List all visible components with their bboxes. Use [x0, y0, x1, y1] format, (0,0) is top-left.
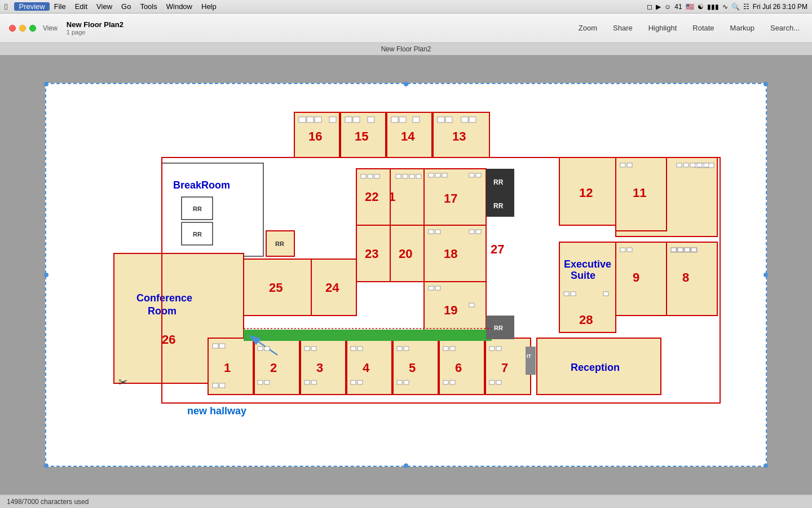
svg-rect-2 [299, 117, 306, 122]
search-button[interactable]: Search... [767, 21, 803, 34]
svg-rect-3 [307, 117, 314, 122]
svg-rect-113 [435, 230, 440, 234]
svg-rect-8 [345, 117, 352, 122]
svg-rect-167 [571, 292, 576, 296]
search-icon[interactable]: 🔍 [731, 3, 740, 11]
menu-items: Preview File Edit View Go Tools Window H… [14, 2, 220, 11]
svg-rect-4 [315, 117, 321, 122]
markup-button[interactable]: Markup [727, 21, 758, 34]
svg-text:13: 13 [452, 129, 466, 143]
svg-text:12: 12 [579, 186, 593, 200]
svg-text:15: 15 [355, 129, 368, 143]
svg-rect-147 [443, 380, 448, 384]
svg-rect-84 [219, 344, 225, 348]
svg-text:RR: RR [493, 178, 504, 186]
svg-rect-137 [351, 347, 356, 351]
svg-text:new hallway: new hallway [187, 405, 246, 417]
handle-tr[interactable] [764, 82, 768, 86]
menu-view[interactable]: View [92, 2, 117, 11]
svg-rect-136 [311, 380, 316, 384]
svg-rect-166 [564, 292, 569, 296]
svg-text:RR: RR [193, 231, 202, 238]
svg-rect-146 [450, 347, 455, 351]
svg-rect-155 [671, 248, 676, 252]
svg-rect-112 [429, 230, 434, 234]
apple-logo-icon[interactable]:  [5, 2, 7, 11]
content-area: .room-fill { fill: #f5e6b8; stroke: #cc0… [0, 55, 812, 494]
svg-rect-21 [469, 117, 476, 122]
svg-text:16: 16 [308, 129, 322, 143]
svg-rect-110 [469, 173, 474, 177]
share-button[interactable]: Share [610, 21, 636, 34]
menu-window[interactable]: Window [162, 2, 197, 11]
floor-plan-svg: .room-fill { fill: #f5e6b8; stroke: #cc0… [74, 101, 740, 440]
handle-bl[interactable] [44, 463, 48, 468]
svg-rect-124 [409, 174, 414, 178]
handle-br[interactable] [764, 463, 768, 468]
svg-rect-132 [264, 380, 270, 384]
svg-rect-162 [683, 163, 689, 167]
svg-rect-164 [697, 163, 702, 167]
handle-bc[interactable] [404, 463, 408, 468]
menu-go[interactable]: Go [117, 2, 135, 11]
svg-text:14: 14 [401, 129, 415, 143]
svg-rect-159 [620, 163, 625, 167]
minimize-button[interactable] [19, 25, 26, 32]
svg-text:9: 9 [633, 270, 639, 284]
menu-tools[interactable]: Tools [135, 2, 161, 11]
svg-rect-83 [213, 344, 218, 348]
svg-text:25: 25 [269, 281, 283, 295]
file-pages: 1 page [67, 29, 123, 36]
menu-preview[interactable]: Preview [14, 2, 49, 11]
svg-rect-5 [329, 117, 336, 122]
svg-rect-116 [429, 286, 434, 290]
svg-text:7: 7 [501, 361, 508, 375]
svg-rect-115 [476, 230, 481, 234]
svg-text:23: 23 [365, 247, 378, 261]
svg-rect-20 [461, 117, 468, 122]
wifi-icon: ∿ [722, 3, 728, 11]
svg-rect-122 [396, 174, 401, 178]
svg-text:6: 6 [455, 361, 462, 375]
handle-ml[interactable] [44, 273, 48, 277]
svg-text:4: 4 [363, 361, 370, 375]
menu-file[interactable]: File [50, 2, 70, 11]
vpn-icon: ▶ [656, 3, 661, 11]
notification-icon[interactable]: ☷ [743, 3, 749, 11]
svg-rect-15 [413, 117, 420, 122]
svg-rect-151 [489, 380, 495, 384]
handle-tl[interactable] [44, 82, 48, 86]
svg-text:RR: RR [494, 325, 503, 331]
svg-text:RR: RR [193, 205, 202, 212]
svg-rect-123 [403, 174, 408, 178]
svg-text:18: 18 [444, 247, 457, 261]
maximize-button[interactable] [29, 25, 36, 32]
handle-tc[interactable] [404, 82, 408, 86]
rotate-button[interactable]: Rotate [689, 21, 717, 34]
svg-rect-128 [374, 174, 379, 178]
svg-rect-130 [264, 347, 270, 351]
svg-text:20: 20 [399, 247, 412, 261]
highlight-button[interactable]: Highlight [645, 21, 681, 34]
svg-rect-118 [469, 303, 474, 307]
zoom-button[interactable]: Zoom [575, 21, 601, 34]
svg-text:BreakRoom: BreakRoom [173, 179, 230, 191]
svg-rect-19 [445, 117, 452, 122]
svg-rect-9 [353, 117, 360, 122]
toolbar-right: Zoom Share Highlight Rotate Markup Searc… [575, 21, 803, 34]
menu-help[interactable]: Help [197, 2, 221, 11]
svg-rect-114 [469, 230, 474, 234]
view-button[interactable]: View [43, 24, 58, 32]
svg-rect-28 [708, 163, 714, 168]
close-button[interactable] [9, 25, 16, 32]
svg-text:Reception: Reception [571, 362, 620, 373]
handle-mr[interactable] [764, 273, 768, 277]
file-info: New Floor Plan2 1 page [67, 20, 123, 36]
bluetooth-icon: ☯ [698, 3, 704, 11]
svg-rect-158 [691, 248, 696, 252]
menu-edit[interactable]: Edit [70, 2, 92, 11]
svg-rect-135 [304, 380, 310, 384]
svg-text:3: 3 [316, 361, 323, 375]
svg-text:RR: RR [493, 202, 504, 210]
tabbar: New Floor Plan2 [0, 43, 812, 55]
